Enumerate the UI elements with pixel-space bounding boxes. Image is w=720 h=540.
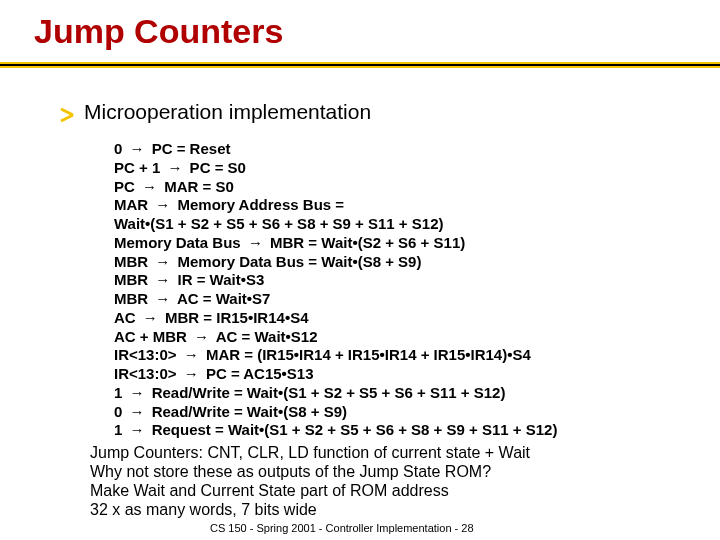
svg-line-1 (61, 115, 73, 121)
arrow-icon: → (181, 365, 202, 384)
arrow-icon: → (181, 346, 202, 365)
arrow-icon: → (140, 309, 161, 328)
arrow-icon: → (152, 290, 173, 309)
arrow-icon: → (152, 271, 173, 290)
arrow-icon: → (152, 253, 173, 272)
arrow-icon: → (191, 328, 212, 347)
microop-line: AC → MBR = IR15•IR14•S4 (114, 309, 557, 328)
microop-line: PC + 1 → PC = S0 (114, 159, 557, 178)
subtitle: Microoperation implementation (84, 100, 371, 124)
microop-line: 1 → Request = Wait•(S1 + S2 + S5 + S6 + … (114, 421, 557, 440)
arrow-icon: → (164, 159, 185, 178)
summary-line: Jump Counters: CNT, CLR, LD function of … (90, 444, 530, 463)
microop-line: MAR → Memory Address Bus = (114, 196, 557, 215)
slide-footer: CS 150 - Spring 2001 - Controller Implem… (210, 522, 474, 534)
page-title: Jump Counters (34, 12, 283, 51)
arrow-icon: → (127, 421, 148, 440)
microop-line: MBR → Memory Data Bus = Wait•(S8 + S9) (114, 253, 557, 272)
summary-line: Why not store these as outputs of the Ju… (90, 463, 530, 482)
arrow-icon: → (127, 403, 148, 422)
microop-line: IR<13:0> → MAR = (IR15•IR14 + IR15•IR14 … (114, 346, 557, 365)
microoperations-list: 0 → PC = ResetPC + 1 → PC = S0PC → MAR =… (114, 140, 557, 440)
arrow-icon: → (139, 178, 160, 197)
subtitle-bullet-icon (60, 108, 74, 122)
svg-line-0 (61, 109, 73, 115)
microop-line: Wait•(S1 + S2 + S5 + S6 + S8 + S9 + S11 … (114, 215, 557, 234)
microop-line: MBR → IR = Wait•S3 (114, 271, 557, 290)
title-underline (0, 62, 720, 68)
arrow-icon: → (127, 140, 148, 159)
summary-line: 32 x as many words, 7 bits wide (90, 501, 530, 520)
summary-block: Jump Counters: CNT, CLR, LD function of … (90, 444, 530, 520)
summary-line: Make Wait and Current State part of ROM … (90, 482, 530, 501)
microop-line: MBR → AC = Wait•S7 (114, 290, 557, 309)
microop-line: 0 → Read/Write = Wait•(S8 + S9) (114, 403, 557, 422)
microop-line: 0 → PC = Reset (114, 140, 557, 159)
arrow-icon: → (127, 384, 148, 403)
microop-line: 1 → Read/Write = Wait•(S1 + S2 + S5 + S6… (114, 384, 557, 403)
arrow-icon: → (152, 196, 173, 215)
microop-line: Memory Data Bus → MBR = Wait•(S2 + S6 + … (114, 234, 557, 253)
microop-line: PC → MAR = S0 (114, 178, 557, 197)
microop-line: IR<13:0> → PC = AC15•S13 (114, 365, 557, 384)
arrow-icon: → (245, 234, 266, 253)
microop-line: AC + MBR → AC = Wait•S12 (114, 328, 557, 347)
